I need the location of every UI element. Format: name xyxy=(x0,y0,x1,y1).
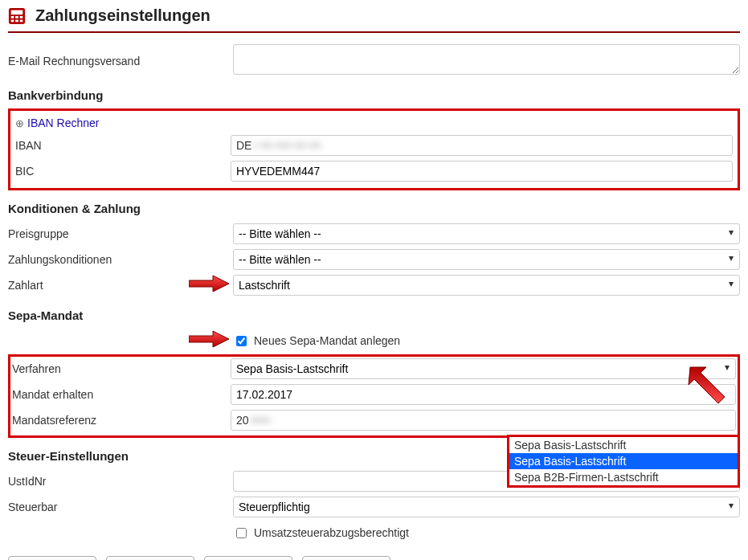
verfahren-label: Verfahren xyxy=(12,359,231,378)
app-icon xyxy=(8,7,26,25)
svg-rect-1 xyxy=(11,10,23,14)
zahlungskonditionen-select[interactable]: -- Bitte wählen -- xyxy=(233,249,740,270)
mandatsreferenz-prefix: 20 xyxy=(236,414,249,427)
bic-label: BIC xyxy=(15,161,231,181)
action-buttons-bar: Speichern Aktualisieren Abbrechen Lösche… xyxy=(8,556,740,560)
cancel-button[interactable]: Abbrechen xyxy=(204,556,292,560)
delete-button[interactable]: Löschen xyxy=(302,556,390,560)
zahlart-select[interactable]: Lastschrift xyxy=(233,275,740,296)
sepa-heading: Sepa-Mandat xyxy=(8,309,740,322)
bic-input[interactable] xyxy=(231,161,733,182)
zahlart-label: Zahlart xyxy=(8,276,233,295)
iban-prefix: DE xyxy=(236,139,251,152)
iban-label: IBAN xyxy=(15,136,231,155)
verfahren-select[interactable]: Sepa Basis-Lastschrift xyxy=(231,358,736,379)
email-textarea[interactable] xyxy=(233,44,740,75)
neues-sepa-label: Neues Sepa-Mandat anlegen xyxy=(254,334,400,347)
bank-highlight-box: IBAN Rechner IBAN DE • ••• •••• ••• ••• … xyxy=(8,108,740,190)
konditionen-heading: Konditionen & Zahlung xyxy=(8,202,740,215)
svg-rect-7 xyxy=(20,19,23,22)
verfahren-option-selected[interactable]: Sepa Basis-Lastschrift xyxy=(509,453,738,469)
mandat-erhalten-input[interactable] xyxy=(231,384,736,405)
email-row: E-Mail Rechnungsversand xyxy=(8,44,740,77)
svg-rect-5 xyxy=(11,19,14,22)
verfahren-option[interactable]: Sepa Basis-Lastschrift xyxy=(509,437,738,453)
refresh-button[interactable]: Aktualisieren xyxy=(106,556,194,560)
svg-rect-4 xyxy=(20,16,23,18)
umsatzsteuer-checkbox[interactable] xyxy=(236,528,247,538)
empty-label-2 xyxy=(8,529,233,536)
mandatsreferenz-input[interactable]: 20 ••••• xyxy=(231,410,736,431)
title-bar: Zahlungseinstellungen xyxy=(8,5,740,33)
mandatsreferenz-redacted: ••••• xyxy=(251,414,271,427)
sepa-highlight-box: Verfahren Sepa Basis-Lastschrift Mandat … xyxy=(8,354,740,438)
verfahren-option[interactable]: Sepa B2B-Firmen-Lastschrift xyxy=(509,469,738,485)
save-button[interactable]: Speichern xyxy=(8,556,96,560)
umsatzsteuer-label: Umsatzsteuerabzugsberechtigt xyxy=(254,526,409,539)
bank-heading: Bankverbindung xyxy=(8,88,740,102)
ustid-label: UstIdNr xyxy=(8,472,233,491)
iban-redacted: • ••• •••• ••• ••• xyxy=(253,139,321,152)
mandat-erhalten-label: Mandat erhalten xyxy=(12,385,231,404)
steuerbar-select[interactable]: Steuerpflichtig xyxy=(233,497,740,517)
steuerbar-label: Steuerbar xyxy=(8,497,233,517)
svg-rect-6 xyxy=(15,19,18,22)
page-title: Zahlungseinstellungen xyxy=(35,6,211,25)
zahlungskonditionen-label: Zahlungskonditionen xyxy=(8,250,233,269)
preisgruppe-select[interactable]: -- Bitte wählen -- xyxy=(233,223,740,244)
verfahren-options-popup: Sepa Basis-Lastschrift Sepa Basis-Lastsc… xyxy=(507,435,740,488)
empty-label xyxy=(8,337,233,344)
svg-rect-3 xyxy=(15,16,18,18)
iban-calculator-link[interactable]: IBAN Rechner xyxy=(15,116,99,129)
mandatsreferenz-label: Mandatsreferenz xyxy=(12,411,231,430)
svg-rect-2 xyxy=(11,16,14,18)
email-label: E-Mail Rechnungsversand xyxy=(8,51,233,71)
neues-sepa-checkbox[interactable] xyxy=(236,336,247,346)
iban-input[interactable]: DE • ••• •••• ••• ••• xyxy=(231,135,733,156)
preisgruppe-label: Preisgruppe xyxy=(8,224,233,243)
